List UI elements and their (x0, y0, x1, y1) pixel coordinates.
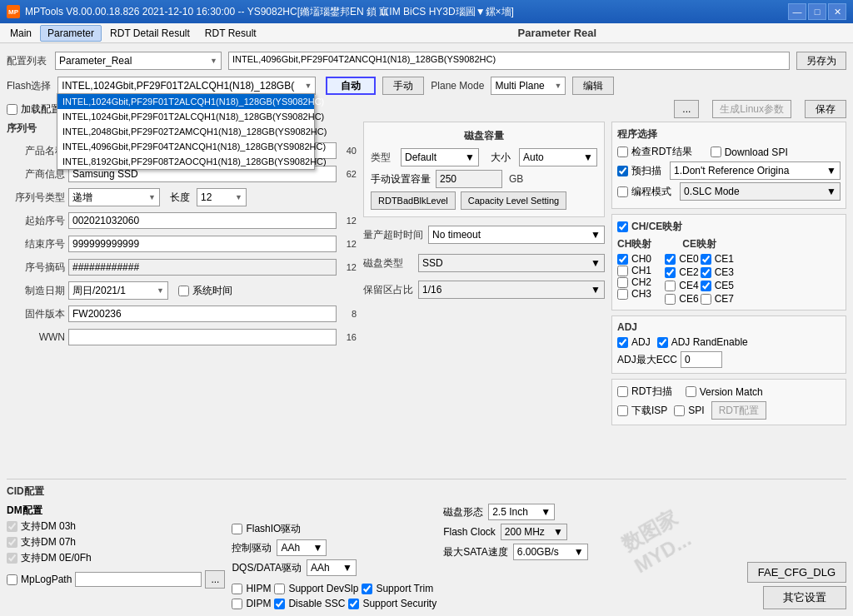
download-spi-checkbox-label[interactable]: Download SPI (711, 147, 788, 158)
flash-combo[interactable]: INTEL,1024Gbit,PF29F01T2ALCQH1(N18)_128G… (57, 77, 316, 95)
config-list-combo[interactable]: Parameter_Real ▼ (55, 52, 222, 70)
flash-dropdown-item-4[interactable]: INTEL,8192Gbit,PF29F08T2AOCQH1(N18)_128G… (57, 154, 314, 169)
serial-type-combo[interactable]: 递增 ▼ (68, 188, 160, 206)
ch0-checkbox[interactable] (617, 254, 628, 265)
minimize-button[interactable]: — (788, 3, 806, 20)
config-path-input[interactable]: INTEL,4096Gbit,PF29F04T2ANCQH1(N18)_128G… (228, 52, 790, 70)
ch2-checkbox[interactable] (617, 277, 628, 288)
rdt-scan-checkbox-label[interactable]: RDT扫描 (617, 385, 672, 399)
ch2-label[interactable]: CH2 (617, 276, 651, 288)
firmware-input[interactable] (68, 306, 337, 322)
spi-checkbox-label[interactable]: SPI (674, 405, 704, 416)
support-devslp-checkbox-label[interactable]: Support DevSlp (274, 583, 358, 594)
menu-main[interactable]: Main (3, 26, 38, 41)
save-button[interactable]: 保存 (805, 100, 846, 118)
ce0-checkbox[interactable] (665, 254, 676, 265)
dipm-checkbox[interactable] (232, 599, 242, 609)
prescan-checkbox-label[interactable]: 预扫描 (617, 164, 661, 178)
support-devslp-checkbox[interactable] (274, 584, 285, 594)
capacity-level-button[interactable]: Capacity Level Setting (461, 191, 566, 210)
hipm-checkbox[interactable] (232, 584, 242, 594)
dm03h-checkbox[interactable] (7, 521, 17, 532)
generate-linux-button[interactable]: 生成Linux参数 (712, 100, 791, 118)
ch3-checkbox[interactable] (617, 289, 628, 300)
system-time-checkbox-label[interactable]: 系统时间 (178, 284, 232, 298)
flash-dropdown-item-0[interactable]: INTEL,1024Gbit,PF29F01T2ALCQH1(N18)_128G… (57, 94, 314, 109)
check-rdt-checkbox-label[interactable]: 检查RDT结果 (617, 145, 692, 159)
adj-rand-enable-checkbox[interactable] (657, 337, 668, 348)
wwn-input[interactable] (68, 329, 337, 345)
menu-rdt-result[interactable]: RDT Result (198, 26, 263, 41)
rdt-config-button[interactable]: RDT配置 (711, 401, 767, 420)
other-settings-button[interactable]: 其它设置 (763, 586, 846, 609)
adj-checkbox-label[interactable]: ADJ (617, 336, 651, 348)
dm0e0f-checkbox[interactable] (7, 553, 17, 564)
flash-dropdown[interactable]: INTEL,1024Gbit,PF29F01T2ALCQH1(N18)_128G… (57, 93, 315, 170)
flash-dropdown-item-3[interactable]: INTEL,4096Gbit,PF29F04T2ANCQH1(N18)_128G… (57, 139, 314, 154)
mplog-path-input[interactable] (75, 572, 202, 587)
ch-ce-mapping-checkbox[interactable] (617, 221, 628, 232)
rdt-scan-checkbox[interactable] (617, 386, 628, 397)
manual-capacity-input[interactable] (436, 170, 502, 188)
flashio-driver-checkbox[interactable] (232, 524, 242, 534)
timeout-combo[interactable]: No timeout ▼ (428, 226, 605, 244)
download-isp-checkbox-label[interactable]: 下载ISP (617, 404, 667, 418)
download-spi-checkbox[interactable] (711, 147, 721, 157)
ch1-checkbox[interactable] (617, 266, 628, 276)
mplog-checkbox[interactable] (7, 574, 17, 585)
ce3-label[interactable]: CE3 (701, 266, 734, 278)
max-sata-combo[interactable]: 6.00GB/s ▼ (513, 544, 588, 560)
ce6-label[interactable]: CE6 (665, 293, 698, 305)
support-security-checkbox[interactable] (348, 599, 359, 609)
ce7-label[interactable]: CE7 (701, 293, 734, 305)
length-combo[interactable]: 12 ▼ (197, 188, 247, 206)
spi-checkbox[interactable] (674, 405, 685, 416)
start-serial-input[interactable] (68, 212, 337, 229)
flash-clock-combo[interactable]: 200 MHz ▼ (501, 524, 567, 540)
dqs-driver-combo[interactable]: AAh ▼ (307, 559, 357, 576)
end-serial-input[interactable] (68, 236, 337, 252)
manual-button[interactable]: 手动 (382, 77, 424, 95)
adj-rand-enable-checkbox-label[interactable]: ADJ RandEnable (657, 336, 748, 348)
capacity-size-combo[interactable]: Auto ▼ (519, 148, 597, 166)
prescan-combo[interactable]: 1.Don't Reference Origina ▼ (670, 161, 841, 180)
control-driver-combo[interactable]: AAh ▼ (277, 539, 327, 556)
ce2-label[interactable]: CE2 (665, 266, 698, 278)
ce2-checkbox[interactable] (665, 267, 676, 278)
support-trim-checkbox[interactable] (362, 584, 372, 594)
ce5-checkbox[interactable] (701, 281, 711, 291)
bad-blk-button[interactable]: RDTBadBlkLevel (371, 191, 456, 210)
triple-dots-button[interactable]: ... (674, 100, 699, 118)
ch3-label[interactable]: CH3 (617, 288, 651, 300)
ce3-checkbox[interactable] (701, 267, 711, 278)
menu-rdt-detail[interactable]: RDT Detail Result (103, 26, 197, 41)
download-isp-checkbox[interactable] (617, 405, 628, 416)
editmode-combo[interactable]: 0.SLC Mode ▼ (680, 182, 841, 201)
maximize-button[interactable]: □ (808, 3, 826, 20)
plane-mode-combo[interactable]: Multi Plane ▼ (491, 77, 566, 95)
ce4-label[interactable]: CE4 (665, 280, 698, 291)
ce1-checkbox[interactable] (701, 254, 711, 265)
disk-shape-combo[interactable]: 2.5 Inch ▼ (488, 504, 555, 520)
load-config-checkbox-label[interactable]: 加载配置 (7, 102, 61, 117)
ce0-label[interactable]: CE0 (665, 253, 698, 265)
dipm-checkbox-label[interactable]: DIPM (232, 598, 271, 609)
ch0-label[interactable]: CH0 (617, 253, 651, 265)
ch1-label[interactable]: CH1 (617, 265, 651, 276)
support-trim-checkbox-label[interactable]: Support Trim (362, 583, 433, 594)
adj-max-ecc-input[interactable] (681, 351, 722, 368)
ce1-label[interactable]: CE1 (701, 253, 734, 265)
load-config-checkbox[interactable] (7, 104, 17, 115)
auto-button[interactable]: 自动 (326, 77, 376, 95)
menu-parameter[interactable]: Parameter (40, 25, 102, 42)
system-time-checkbox[interactable] (178, 286, 189, 296)
version-match-checkbox[interactable] (686, 386, 696, 397)
adj-checkbox[interactable] (617, 337, 628, 348)
disable-ssc-checkbox-label[interactable]: Disable SSC (274, 598, 345, 609)
editmode-checkbox-label[interactable]: 编程模式 (617, 185, 671, 199)
ce4-checkbox[interactable] (665, 281, 676, 291)
close-button[interactable]: ✕ (828, 3, 846, 20)
dm07h-checkbox[interactable] (7, 537, 17, 548)
prescan-checkbox[interactable] (617, 166, 628, 176)
check-rdt-checkbox[interactable] (617, 147, 628, 157)
